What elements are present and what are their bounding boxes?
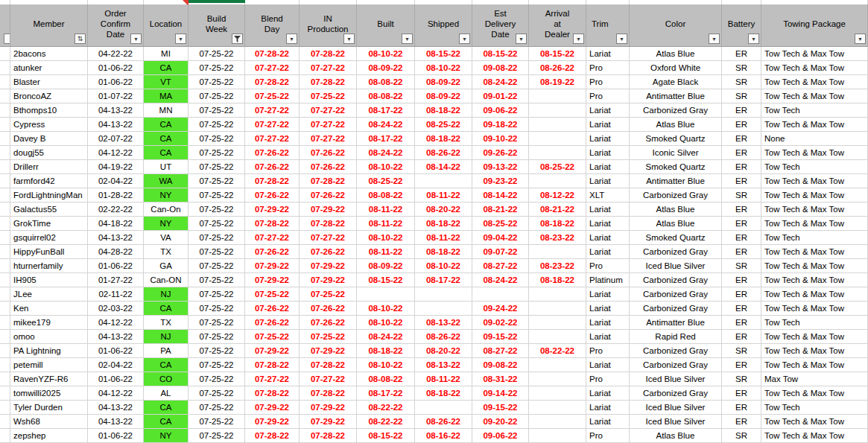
cell-color[interactable]: Carbonized Gray: [630, 287, 722, 302]
cell-arrival[interactable]: [529, 89, 586, 103]
cell-row-edge[interactable]: [0, 330, 10, 344]
cell-color[interactable]: Atlas Blue: [630, 203, 722, 217]
cell-est_delivery[interactable]: 09-20-22: [472, 415, 529, 429]
header-towing-package[interactable]: Towing Package ▼: [761, 4, 868, 46]
cell-color[interactable]: Oxford White: [630, 61, 722, 75]
cell-build_week[interactable]: 07-25-22: [189, 287, 245, 302]
cell-row-edge[interactable]: [0, 103, 10, 118]
header-battery[interactable]: Battery ▼: [722, 4, 761, 46]
cell-build_week[interactable]: 07-25-22: [189, 75, 245, 89]
cell-est_delivery[interactable]: 09-10-22: [472, 132, 529, 146]
cell-color[interactable]: Antimatter Blue: [630, 316, 722, 330]
cell-in_production[interactable]: 07-26-22: [300, 146, 357, 160]
cell-battery[interactable]: ER: [722, 118, 761, 132]
cell-trim[interactable]: Lariat: [586, 330, 630, 344]
cell-blend_day[interactable]: 07-28-22: [245, 174, 300, 188]
cell-towing[interactable]: Tow Tech & Max Tow: [761, 245, 868, 259]
cell-built[interactable]: 08-17-22: [357, 386, 415, 401]
partial-filter-button[interactable]: [4, 34, 10, 44]
cell-blend_day[interactable]: 07-28-22: [245, 47, 300, 61]
cell-towing[interactable]: Tow Tech & Max Tow: [761, 47, 868, 61]
cell-trim[interactable]: Lariat: [586, 231, 630, 245]
cell-est_delivery[interactable]: 09-24-22: [472, 302, 529, 316]
cell-trim[interactable]: Lariat: [586, 316, 630, 330]
filter-applied-button[interactable]: [232, 34, 243, 44]
filter-dropdown-button[interactable]: ▼: [402, 34, 413, 44]
cell-member[interactable]: atunker: [10, 61, 88, 75]
cell-build_week[interactable]: 07-25-22: [189, 344, 245, 358]
cell-arrival[interactable]: 08-18-22: [529, 273, 586, 287]
cell-shipped[interactable]: 08-26-22: [415, 415, 472, 429]
cell-location[interactable]: CA: [144, 358, 189, 372]
cell-shipped[interactable]: 08-18-22: [415, 245, 472, 259]
cell-battery[interactable]: ER: [722, 160, 761, 174]
cell-build_week[interactable]: 07-25-22: [189, 302, 245, 316]
cell-towing[interactable]: Tow Tech & Max Tow: [761, 358, 868, 372]
cell-order_confirm[interactable]: 04-12-22: [88, 146, 144, 160]
cell-arrival[interactable]: [529, 118, 586, 132]
cell-member[interactable]: 2bacons: [10, 47, 88, 61]
cell-member[interactable]: Tyler Durden: [10, 401, 88, 415]
cell-built[interactable]: 08-09-22: [357, 61, 415, 75]
cell-trim[interactable]: Lariat: [586, 302, 630, 316]
cell-color[interactable]: Iced Blue Silver: [630, 415, 722, 429]
cell-member[interactable]: Bthomps10: [10, 103, 88, 118]
cell-in_production[interactable]: 07-27-22: [300, 231, 357, 245]
cell-member[interactable]: omoo: [10, 330, 88, 344]
filter-dropdown-button[interactable]: ▼: [175, 34, 186, 44]
cell-member[interactable]: gsquirrel02: [10, 231, 88, 245]
cell-row-edge[interactable]: [0, 75, 10, 89]
cell-towing[interactable]: Tow Tech & Max Tow: [761, 217, 868, 231]
cell-in_production[interactable]: 07-28-22: [300, 217, 357, 231]
cell-order_confirm[interactable]: 01-06-22: [88, 372, 144, 386]
cell-battery[interactable]: ER: [722, 146, 761, 160]
cell-order_confirm[interactable]: 02-04-22: [88, 358, 144, 372]
cell-battery[interactable]: ER: [722, 287, 761, 302]
cell-est_delivery[interactable]: 09-01-22: [472, 89, 529, 103]
cell-towing[interactable]: Tow Tech & Max Tow: [761, 287, 868, 302]
cell-trim[interactable]: XLT: [586, 188, 630, 203]
cell-blend_day[interactable]: 07-26-22: [245, 146, 300, 160]
cell-blend_day[interactable]: 07-25-22: [245, 330, 300, 344]
cell-trim[interactable]: Lariat: [586, 146, 630, 160]
cell-build_week[interactable]: 07-25-22: [189, 47, 245, 61]
cell-location[interactable]: TX: [144, 316, 189, 330]
cell-est_delivery[interactable]: 08-27-22: [472, 259, 529, 273]
cell-towing[interactable]: Tow Tech: [761, 316, 868, 330]
cell-est_delivery[interactable]: 09-23-22: [472, 174, 529, 188]
cell-shipped[interactable]: 08-11-22: [415, 231, 472, 245]
cell-built[interactable]: 08-24-22: [357, 330, 415, 344]
cell-build_week[interactable]: 07-25-22: [189, 429, 245, 443]
cell-built[interactable]: [357, 287, 415, 302]
cell-battery[interactable]: ER: [722, 174, 761, 188]
cell-order_confirm[interactable]: 04-13-22: [88, 415, 144, 429]
cell-est_delivery[interactable]: 09-14-22: [472, 386, 529, 401]
cell-blend_day[interactable]: 07-26-22: [245, 160, 300, 174]
cell-shipped[interactable]: 08-18-22: [415, 103, 472, 118]
cell-build_week[interactable]: 07-25-22: [189, 203, 245, 217]
cell-order_confirm[interactable]: 02-04-22: [88, 174, 144, 188]
cell-order_confirm[interactable]: 04-13-22: [88, 330, 144, 344]
cell-build_week[interactable]: 07-25-22: [189, 89, 245, 103]
cell-towing[interactable]: Tow Tech & Max Tow: [761, 259, 868, 273]
cell-towing[interactable]: Tow Tech & Max Tow: [761, 89, 868, 103]
cell-row-edge[interactable]: [0, 132, 10, 146]
cell-battery[interactable]: SR: [722, 429, 761, 443]
cell-order_confirm[interactable]: 04-12-22: [88, 386, 144, 401]
cell-row-edge[interactable]: [0, 245, 10, 259]
cell-order_confirm[interactable]: 04-13-22: [88, 401, 144, 415]
cell-shipped[interactable]: 08-10-22: [415, 259, 472, 273]
cell-towing[interactable]: Tow Tech: [761, 103, 868, 118]
cell-in_production[interactable]: 07-26-22: [300, 188, 357, 203]
cell-location[interactable]: VT: [144, 75, 189, 89]
cell-color[interactable]: Carbonized Gray: [630, 188, 722, 203]
cell-member[interactable]: petemill: [10, 358, 88, 372]
cell-color[interactable]: Carbonized Gray: [630, 245, 722, 259]
cell-trim[interactable]: Lariat: [586, 132, 630, 146]
cell-build_week[interactable]: 07-25-22: [189, 146, 245, 160]
cell-trim[interactable]: Lariat: [586, 245, 630, 259]
cell-in_production[interactable]: 07-26-22: [300, 316, 357, 330]
cell-shipped[interactable]: 08-15-22: [415, 47, 472, 61]
cell-order_confirm[interactable]: 01-06-22: [88, 344, 144, 358]
cell-towing[interactable]: Tow Tech & Max Tow: [761, 118, 868, 132]
